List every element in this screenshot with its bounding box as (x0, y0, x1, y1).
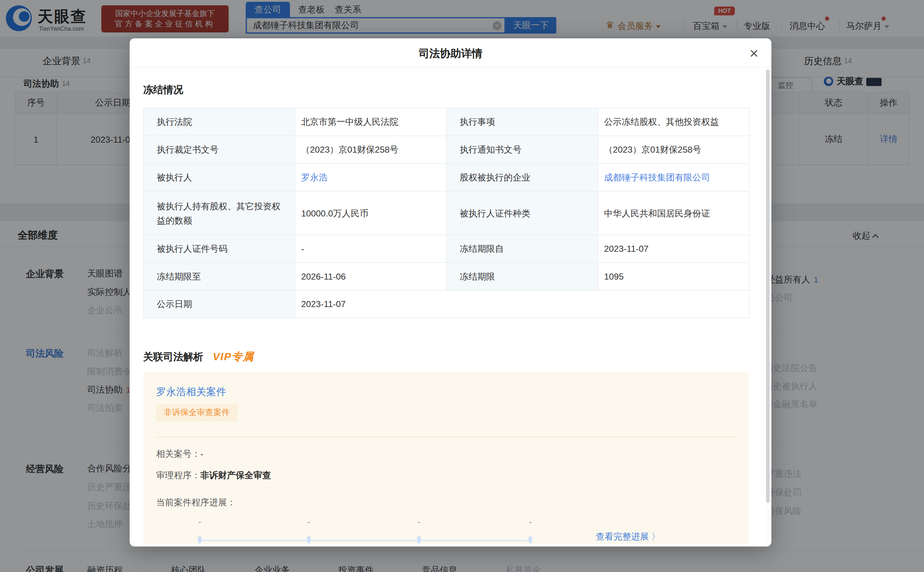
table-row: 执行裁定书文号 （2023）京01财保258号 执行通知书文号 （2023）京0… (144, 136, 749, 164)
field-value: 罗永浩 (295, 164, 446, 191)
related-case-panel: 罗永浩相关案件 非诉保全审查案件 相关案号：- 审理程序：非诉财产保全审查 当前… (143, 372, 749, 544)
timeline-node-icon (198, 536, 202, 544)
freeze-section-title: 冻结情况 (143, 83, 183, 96)
modal-header: 司法协助详情 × (130, 38, 771, 68)
field-label: 冻结期限 (446, 263, 598, 290)
related-case-link[interactable]: 罗永浩相关案件 (156, 385, 226, 398)
judicial-assistance-detail-modal: 司法协助详情 × 冻结情况 执行法院 北京市第一中级人民法院 执行事项 公示冻结… (130, 38, 771, 546)
field-label: 公示日期 (144, 290, 295, 318)
table-row: 执行法院 北京市第一中级人民法院 执行事项 公示冻结股权、其他投资权益 (144, 108, 749, 136)
case-number-row: 相关案号：- (156, 449, 203, 460)
table-row: 公示日期 2023-11-07 (144, 290, 749, 318)
field-label: 被执行人证件种类 (446, 191, 598, 235)
field-label: 股权被执行的企业 (446, 164, 598, 191)
case-number-value: - (200, 449, 203, 459)
field-label: 冻结期限自 (446, 235, 598, 263)
timeline-node-icon (528, 536, 533, 544)
page-viewport: 天眼查 TianYanCha.com 国家中小企业发展子基金旗下 官方备案企业征… (0, 0, 924, 572)
field-value: 1095 (598, 263, 749, 290)
field-value: 北京市第一中级人民法院 (295, 108, 446, 136)
table-row: 被执行人证件号码 - 冻结期限自 2023-11-07 (144, 235, 749, 263)
field-label: 冻结期限至 (144, 263, 295, 290)
table-row: 被执行人持有股权、其它投资权益的数额 10000.0万人民币 被执行人证件种类 … (144, 191, 749, 235)
field-value: 中华人民共和国居民身份证 (598, 191, 749, 235)
section-label: 关联司法解析 (143, 351, 203, 362)
table-row: 被执行人 罗永浩 股权被执行的企业 成都锤子科技集团有限公司 (144, 164, 749, 191)
person-link[interactable]: 罗永浩 (301, 172, 328, 182)
field-value: （2023）京01财保258号 (295, 136, 446, 164)
procedure-label: 审理程序： (156, 469, 200, 480)
field-value: 2023-11-07 (598, 235, 749, 263)
field-label: 被执行人 (144, 164, 295, 191)
related-analysis-title: 关联司法解析VIP专属 (143, 350, 254, 364)
procedure-value: 非诉财产保全审查 (200, 469, 271, 480)
timeline-node-icon (417, 536, 422, 544)
field-label: 被执行人持有股权、其它投资权益的数额 (144, 191, 295, 235)
field-value: 公示冻结股权、其他投资权益 (598, 108, 749, 136)
modal-scrollbar-thumb[interactable] (766, 70, 770, 503)
vip-exclusive-badge: VIP专属 (213, 351, 254, 363)
field-label: 执行法院 (144, 108, 295, 136)
field-value: - (295, 235, 446, 263)
company-link[interactable]: 成都锤子科技集团有限公司 (604, 172, 710, 182)
timeline-line (200, 540, 530, 541)
field-value: 2026-11-06 (295, 263, 446, 290)
timeline-node-icon (307, 536, 311, 544)
field-label: 执行事项 (446, 108, 598, 136)
timeline-step-label: - (303, 517, 315, 526)
field-value: 2023-11-07 (295, 290, 749, 318)
field-label: 执行通知书文号 (446, 136, 598, 164)
timeline-step-label: - (524, 517, 536, 526)
case-number-label: 相关案号： (156, 449, 200, 459)
case-type-tag: 非诉保全审查案件 (156, 404, 237, 421)
timeline-step-label: - (413, 517, 425, 526)
field-label: 被执行人证件号码 (144, 235, 295, 263)
field-label: 执行裁定书文号 (144, 136, 295, 164)
divider (156, 437, 736, 438)
timeline-step-label: - (194, 517, 206, 526)
table-row: 冻结期限至 2026-11-06 冻结期限 1095 (144, 263, 749, 290)
field-value: 10000.0万人民币 (295, 191, 446, 235)
close-icon[interactable]: × (749, 43, 758, 63)
procedure-row: 审理程序：非诉财产保全审查 (156, 469, 271, 481)
view-full-progress-link[interactable]: 查看完整进展 〉 (596, 531, 660, 542)
progress-label: 当前案件程序进展： (156, 497, 236, 508)
modal-title: 司法协助详情 (130, 47, 771, 61)
field-value: 成都锤子科技集团有限公司 (598, 164, 749, 191)
freeze-detail-table: 执行法院 北京市第一中级人民法院 执行事项 公示冻结股权、其他投资权益 执行裁定… (143, 108, 750, 319)
field-value: （2023）京01财保258号 (598, 136, 749, 164)
